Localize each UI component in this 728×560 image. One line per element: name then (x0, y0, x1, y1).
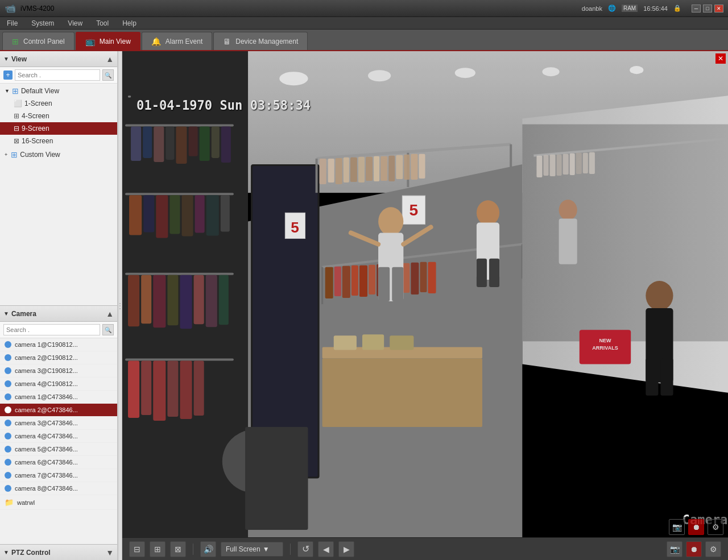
view-collapse-icon: ▼ (3, 56, 9, 62)
camera-item-label: camera 5@C473846... (15, 446, 78, 453)
camera-list-item-10[interactable]: camera 7@C473846... (0, 469, 117, 482)
video-container: ✕ (122, 51, 728, 537)
layout-x-button[interactable]: ⊠ (170, 541, 186, 557)
video-config-button[interactable]: ⚙ (705, 541, 721, 557)
camera-list-item-5[interactable]: camera 2@C473846... (0, 404, 117, 417)
tab-alarm-event[interactable]: 🔔 Alarm Event (142, 32, 212, 50)
menu-view[interactable]: View (61, 17, 89, 29)
camera-panel: ▼ Camera ▲ 🔍 camera 1@C190812...camera 2… (0, 305, 117, 544)
camera-list-item-1[interactable]: camera 2@C190812... (0, 351, 117, 364)
tab-bar: ⊞ Control Panel 📺 Main View 🔔 Alarm Even… (0, 30, 728, 51)
video-settings-button[interactable]: ⚙ (708, 519, 723, 535)
screen4-label: 4-Screen (22, 112, 49, 120)
tab-main-view-label: Main View (100, 38, 131, 45)
camera-list-item-11[interactable]: camera 8@C473846... (0, 482, 117, 495)
camera-item-label: watrwl (17, 499, 35, 506)
svg-rect-125 (122, 51, 728, 537)
camera-list-item-7[interactable]: camera 4@C473846... (0, 430, 117, 443)
minimize-button[interactable]: ─ (692, 5, 701, 13)
refresh-button[interactable]: ↺ (297, 541, 313, 557)
camera-status-dot (5, 446, 11, 453)
next-button[interactable]: ▶ (338, 541, 354, 557)
tab-device-label: Device Management (235, 38, 298, 45)
view-search-input[interactable] (15, 69, 100, 81)
camera-list-item-9[interactable]: camera 6@C473846... (0, 456, 117, 469)
tree-item-9screen[interactable]: ⊟ 9-Screen (0, 122, 117, 135)
volume-button[interactable]: 🔊 (200, 541, 216, 557)
default-view-label: Default View (21, 87, 59, 95)
camera-search-bar: 🔍 (0, 322, 117, 338)
app-icon: 📹 (5, 3, 16, 14)
camera-status-dot (5, 420, 11, 426)
toolbar-separator-2 (290, 544, 291, 555)
camera-item-label: camera 6@C473846... (15, 459, 78, 466)
ptz-title: PTZ Control (11, 549, 51, 557)
camera-list-item-4[interactable]: camera 1@C473846... (0, 391, 117, 404)
layout-4-button[interactable]: ⊞ (150, 541, 166, 557)
tree-item-4screen[interactable]: ⊞ 4-Screen (0, 110, 117, 122)
custom-view-group: + ⊞ Custom View (0, 148, 117, 161)
tree-item-1screen[interactable]: ⬜ 1-Screen (0, 97, 117, 110)
video-area: ✕ (122, 51, 728, 560)
camera-panel-title: Camera (11, 310, 36, 318)
video-record-button-2[interactable]: ⏺ (686, 541, 702, 557)
camera-list-item-0[interactable]: camera 1@C190812... (0, 338, 117, 351)
video-close-button[interactable]: ✕ (715, 53, 726, 64)
camera-header-chevron: ▲ (106, 309, 114, 318)
view-add-button[interactable]: + (3, 70, 13, 80)
main-view-icon: 📺 (85, 37, 95, 46)
camera-list-item-3[interactable]: camera 4@C190812... (0, 378, 117, 391)
camera-panel-header[interactable]: ▼ Camera ▲ (0, 306, 117, 322)
fullscreen-dropdown[interactable]: Full Screen ▼ (221, 542, 283, 557)
camera-status-dot (5, 380, 11, 387)
camera-search-input[interactable] (3, 324, 100, 335)
folder-icon: 📁 (5, 498, 14, 507)
menu-file[interactable]: File (0, 17, 24, 29)
username: doanbk (582, 5, 602, 12)
camera-list-item-6[interactable]: camera 3@C473846... (0, 417, 117, 430)
custom-view-header[interactable]: + ⊞ Custom View (0, 148, 117, 161)
camera-item-label: camera 1@C473846... (15, 393, 78, 400)
menu-tool[interactable]: Tool (89, 17, 115, 29)
view-panel: ▼ View ▲ + 🔍 ▼ ⊞ Default View (0, 51, 117, 305)
view-search-bar: + 🔍 (0, 67, 117, 84)
video-record-button[interactable]: ⏺ (688, 519, 704, 535)
camera-status-dot (5, 406, 11, 413)
camera-list-item-8[interactable]: camera 5@C473846... (0, 443, 117, 456)
tab-device-management[interactable]: 🖥 Device Management (213, 32, 308, 50)
ptz-control-bar[interactable]: ▼ PTZ Control ▼ (0, 544, 117, 560)
maximize-button[interactable]: □ (703, 5, 712, 13)
camera-list-item-12[interactable]: 📁watrwl (0, 495, 117, 510)
default-view-header[interactable]: ▼ ⊞ Default View (0, 85, 117, 97)
view-panel-header[interactable]: ▼ View ▲ (0, 51, 117, 67)
camera-status-dot (5, 341, 11, 348)
memory-icon: RAM (622, 5, 638, 12)
close-button[interactable]: ✕ (714, 5, 723, 13)
sidebar: ▼ View ▲ + 🔍 ▼ ⊞ Default View (0, 51, 118, 560)
ptz-collapse-icon: ▼ (3, 549, 9, 555)
video-capture-button[interactable]: 📷 (667, 541, 682, 557)
camera-item-label: camera 4@C190812... (15, 380, 78, 387)
camera-collapse-icon: ▼ (3, 310, 9, 317)
lock-icon: 🔒 (673, 5, 681, 12)
tab-control-panel[interactable]: ⊞ Control Panel (2, 32, 75, 50)
default-view-group: ▼ ⊞ Default View ⬜ 1-Screen ⊞ 4-Screen ⊟ (0, 85, 117, 147)
camera-item-label: camera 3@C190812... (15, 367, 78, 374)
tree-item-16screen[interactable]: ⊠ 16-Screen (0, 135, 117, 147)
camera-search-button[interactable]: 🔍 (102, 324, 114, 335)
menu-help[interactable]: Help (115, 17, 143, 29)
screen16-label: 16-Screen (22, 137, 53, 145)
view-search-button[interactable]: 🔍 (102, 69, 114, 81)
camera-item-label: camera 1@C190812... (15, 341, 78, 348)
camera-list-item-2[interactable]: camera 3@C190812... (0, 364, 117, 378)
sidebar-resize-handle[interactable] (118, 51, 122, 560)
camera-status-dot (5, 459, 11, 466)
tab-main-view[interactable]: 📺 Main View (76, 32, 140, 50)
layout-1-button[interactable]: ⊟ (129, 541, 145, 557)
camera-list: camera 1@C190812...camera 2@C190812...ca… (0, 338, 117, 544)
camera-item-label: camera 3@C473846... (15, 420, 78, 426)
screen1-icon: ⬜ (14, 99, 22, 107)
video-snapshot-button[interactable]: 📷 (669, 519, 685, 535)
menu-system[interactable]: System (24, 17, 61, 29)
prev-button[interactable]: ◀ (318, 541, 334, 557)
